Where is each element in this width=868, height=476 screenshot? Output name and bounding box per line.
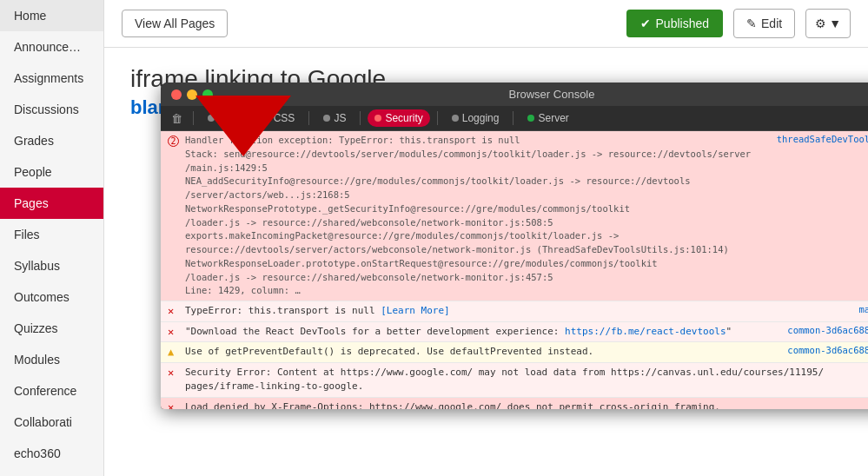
sidebar-item-chat[interactable]: Chat xyxy=(0,469,103,476)
sidebar-item-assignments[interactable]: Assignments xyxy=(0,63,103,94)
tab-logging[interactable]: Logging xyxy=(445,109,507,127)
console-body: 2 Handler function exception: TypeError:… xyxy=(161,131,868,409)
toolbar-divider xyxy=(193,111,194,125)
error-icon-1: 2 xyxy=(168,135,180,147)
published-label: Published xyxy=(656,17,710,30)
js-label: JS xyxy=(334,112,346,124)
gear-icon: ⚙ xyxy=(815,17,826,30)
sidebar-item-syllabus[interactable]: Syllabus xyxy=(0,250,103,281)
learn-more-link[interactable]: [Learn More] xyxy=(381,305,449,316)
logging-label: Logging xyxy=(462,112,500,124)
warning-icon: ▲ xyxy=(168,346,180,358)
sidebar-item-collaborati[interactable]: Collaborati xyxy=(0,407,103,438)
typeerror-text: TypeError: this.transport is null [Learn… xyxy=(185,304,826,319)
error-icon-5: ✕ xyxy=(168,367,180,379)
sidebar-item-quizzes[interactable]: Quizzes xyxy=(0,313,103,344)
sidebar-item-grades[interactable]: Grades xyxy=(0,125,103,156)
console-row-load-denied: ✕ Load denied by X-Frame-Options: https:… xyxy=(161,398,868,410)
gear-chevron-icon: ▼ xyxy=(829,17,841,30)
clear-console-button[interactable]: 🗑 xyxy=(168,110,186,127)
row-location-3[interactable]: common-3d6ac68858.js:24:860 xyxy=(787,325,868,335)
logging-dot xyxy=(452,115,459,122)
console-row-typeerror: ✕ TypeError: this.transport is null [Lea… xyxy=(161,301,868,322)
server-dot xyxy=(527,115,534,122)
stack-trace-text: Handler function exception: TypeError: t… xyxy=(185,134,772,298)
security-error-text: Security Error: Content at https://www.g… xyxy=(185,366,826,394)
react-devtools-text: "Download the React DevTools for a bette… xyxy=(185,325,782,340)
toolbar-divider6 xyxy=(513,111,514,125)
error-icon-2: ✕ xyxy=(168,305,180,317)
sidebar-item-pages[interactable]: Pages xyxy=(0,188,103,219)
security-dot xyxy=(374,115,381,122)
sidebar-item-discussions[interactable]: Discussions xyxy=(0,94,103,125)
console-row-stack: 2 Handler function exception: TypeError:… xyxy=(161,131,868,301)
topbar: View All Pages ✔ Published ✎ Edit ⚙ ▼ xyxy=(104,0,868,48)
sidebar-item-announcements[interactable]: Announcements xyxy=(0,31,103,63)
check-icon: ✔ xyxy=(640,17,651,30)
sidebar-item-home[interactable]: Home xyxy=(0,0,103,31)
sidebar-item-modules[interactable]: Modules xyxy=(0,344,103,375)
toolbar-divider3 xyxy=(308,111,309,125)
tab-server[interactable]: Server xyxy=(520,109,575,127)
error-icon-3: ✕ xyxy=(168,326,180,338)
row-location-2[interactable]: main.js:1429:5 xyxy=(832,304,868,314)
sidebar-item-people[interactable]: People xyxy=(0,156,103,188)
tab-security[interactable]: Security xyxy=(368,109,429,127)
sidebar-item-echo360[interactable]: echo360 xyxy=(0,438,103,469)
security-label: Security xyxy=(385,112,422,124)
page-content: iframe linking to Google blank page Brow… xyxy=(104,48,868,476)
edit-button[interactable]: ✎ Edit xyxy=(733,9,795,38)
sidebar-item-conference[interactable]: Conference xyxy=(0,375,103,407)
error-icon-6: ✕ xyxy=(168,401,180,410)
close-window-button[interactable] xyxy=(171,89,182,100)
sidebar-item-files[interactable]: Files xyxy=(0,219,103,250)
console-title: Browser Console xyxy=(509,88,595,101)
sidebar-item-outcomes[interactable]: Outcomes xyxy=(0,281,103,313)
row-location-1[interactable]: threadSafeDevToolsUtils.js:80 xyxy=(777,134,868,144)
toolbar-divider4 xyxy=(360,111,361,125)
console-row-react: ✕ "Download the React DevTools for a bet… xyxy=(161,322,868,343)
js-dot xyxy=(323,115,330,122)
server-label: Server xyxy=(538,112,568,124)
edit-label: Edit xyxy=(761,17,782,30)
view-all-pages-button[interactable]: View All Pages xyxy=(122,10,228,37)
console-row-security-error: ✕ Security Error: Content at https://www… xyxy=(161,363,868,398)
load-denied-text: Load denied by X-Frame-Options: https://… xyxy=(185,400,826,410)
warning-text: Use of getPreventDefault() is deprecated… xyxy=(185,345,782,360)
gear-button[interactable]: ⚙ ▼ xyxy=(805,9,851,38)
pencil-icon: ✎ xyxy=(746,17,757,30)
published-button[interactable]: ✔ Published xyxy=(626,10,724,37)
sidebar: Home Announcements Assignments Discussio… xyxy=(0,0,104,476)
main-area: View All Pages ✔ Published ✎ Edit ⚙ ▼ if… xyxy=(104,0,868,476)
row-location-6[interactable]: (unknown) xyxy=(832,400,868,410)
toolbar-divider5 xyxy=(437,111,438,125)
console-row-warning: ▲ Use of getPreventDefault() is deprecat… xyxy=(161,342,868,363)
row-location-4[interactable]: common-3d6ac68858.js:2:7018 xyxy=(787,345,868,355)
react-link[interactable]: https://fb.me/react-devtools xyxy=(565,326,726,337)
tab-js[interactable]: JS xyxy=(316,109,353,127)
